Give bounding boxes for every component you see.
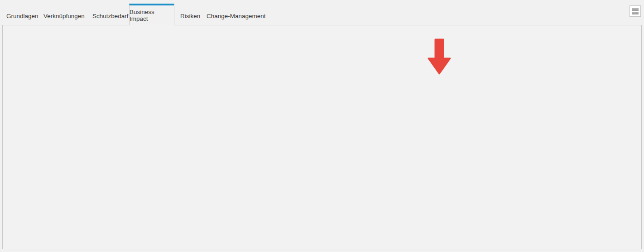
content-panel <box>2 25 642 249</box>
tab-business-impact[interactable]: Business Impact <box>129 4 174 25</box>
tab-verknuepfungen[interactable]: Verknüpfungen <box>43 13 85 19</box>
tab-grundlagen[interactable]: Grundlagen <box>6 13 38 19</box>
menu-bar-icon <box>632 8 639 11</box>
menu-icon[interactable] <box>630 5 641 17</box>
tab-risiken[interactable]: Risiken <box>180 13 200 19</box>
menu-bar-icon <box>632 12 639 14</box>
tab-schutzbedarf[interactable]: Schutzbedarf <box>92 13 129 19</box>
tab-change-management[interactable]: Change-Management <box>207 13 266 19</box>
page: Grundlagen Verknüpfungen Schutzbedarf Bu… <box>0 0 644 252</box>
